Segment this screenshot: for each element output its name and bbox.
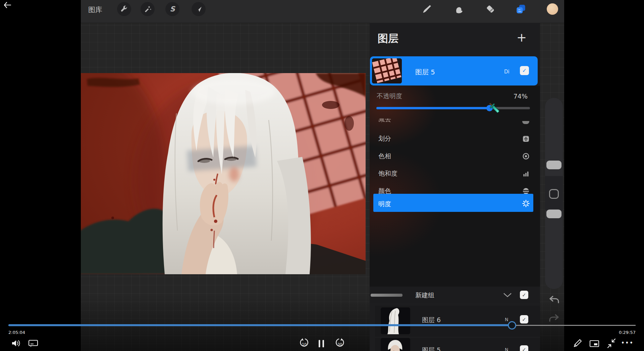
modify-button[interactable] <box>549 189 559 199</box>
group-name: 新建组 <box>415 291 434 300</box>
seekbar-handle[interactable] <box>508 321 516 330</box>
saturation-blend-icon <box>522 170 530 178</box>
blend-mode-partial-row[interactable]: 减去 <box>378 118 519 124</box>
elapsed-time: 2:05:04 <box>8 330 25 335</box>
shrink-arrows-icon <box>606 338 617 349</box>
blend-mode-badge[interactable]: N <box>505 347 508 351</box>
rewind-10-button[interactable]: 10 <box>298 338 311 349</box>
undo-icon[interactable] <box>549 295 559 305</box>
remaining-time: 0:29:57 <box>614 330 636 335</box>
color-swatch-button[interactable] <box>547 3 558 15</box>
wrench-icon <box>120 5 128 13</box>
blend-mode-item-hue[interactable]: 色相 <box>370 148 540 165</box>
layer-name: 图层 5 <box>422 346 441 351</box>
speaker-icon <box>11 339 21 348</box>
pause-icon <box>318 339 325 348</box>
smudge-finger-icon <box>453 4 464 14</box>
procreate-toolbar: 图库 S <box>81 0 564 23</box>
forward-seconds-label: 30 <box>337 342 342 347</box>
artwork-illustration <box>81 73 366 274</box>
layer-thumbnail[interactable] <box>381 307 410 334</box>
brush-icon <box>422 4 432 14</box>
brush-opacity-slider-handle[interactable] <box>546 210 561 218</box>
brush-size-slider-handle[interactable] <box>546 161 561 169</box>
hue-blend-icon <box>522 152 530 160</box>
forward-30-button[interactable]: 30 <box>333 338 346 349</box>
volume-button[interactable] <box>11 339 21 348</box>
layer-thumbnail[interactable] <box>372 58 402 83</box>
opacity-slider-fill <box>376 107 490 109</box>
seekbar-progress <box>8 324 512 326</box>
add-layer-button[interactable]: + <box>517 32 527 44</box>
divide-blend-icon <box>522 135 530 143</box>
gallery-button[interactable]: 图库 <box>88 5 102 14</box>
blend-partial-icon <box>522 121 529 124</box>
mini-player-icon <box>589 340 599 348</box>
painting-canvas <box>81 73 366 274</box>
actions-button[interactable] <box>117 2 131 16</box>
layers-panel-title: 图层 <box>378 32 398 46</box>
screen: 图库 S <box>0 0 644 351</box>
opacity-label: 不透明度 <box>377 92 402 101</box>
cursor-arrow-icon <box>195 5 203 13</box>
opacity-slider[interactable] <box>376 107 530 109</box>
blend-mode-badge[interactable]: Di <box>504 69 509 75</box>
layer-visibility-checkbox[interactable]: ✓ <box>520 66 529 75</box>
annotate-button[interactable] <box>572 338 583 349</box>
selection-button[interactable]: S <box>165 2 179 16</box>
sword-cursor <box>486 100 501 115</box>
layer-visibility-checkbox[interactable]: ✓ <box>520 315 528 324</box>
layer-visibility-checkbox[interactable]: ✓ <box>520 345 528 351</box>
layers-panel-button[interactable] <box>516 4 526 14</box>
group-visibility-checkbox[interactable]: ✓ <box>520 291 528 299</box>
blend-mode-badge[interactable]: N <box>505 317 508 322</box>
layer-group-row[interactable]: 新建组 ✓ <box>370 287 540 303</box>
layer-row[interactable]: 图层 6 N ✓ <box>375 306 540 337</box>
blend-mode-popover: 不透明度 74% 减去 <box>370 86 540 287</box>
magic-wand-icon <box>144 5 152 13</box>
eraser-tool-button[interactable] <box>485 4 496 14</box>
group-thumbnail-bar <box>371 294 402 297</box>
layer-name: 图层 5 <box>415 68 435 77</box>
hair-thumbnail-art <box>381 307 410 334</box>
blend-mode-item-divide[interactable]: 划分 <box>370 130 540 148</box>
subtitles-button[interactable] <box>28 340 38 348</box>
smudge-tool-button[interactable] <box>453 4 464 14</box>
layers-icon <box>516 4 526 14</box>
pencil-icon <box>572 338 583 349</box>
face-thumbnail-art <box>381 338 410 351</box>
adjustments-button[interactable] <box>141 2 155 16</box>
brush-tool-button[interactable] <box>422 4 432 14</box>
layer-thumbnail[interactable] <box>381 338 410 351</box>
back-button[interactable] <box>3 2 11 8</box>
exit-fullscreen-button[interactable] <box>606 338 617 349</box>
layer-name: 图层 6 <box>422 316 441 325</box>
redo-icon[interactable] <box>549 314 559 324</box>
layers-panel: 图层 + 图层 5 Di <box>370 23 540 351</box>
blend-mode-item-saturation[interactable]: 饱和度 <box>370 165 540 182</box>
rewind-seconds-label: 10 <box>302 342 307 347</box>
pip-button[interactable] <box>589 340 599 348</box>
layer-row-selected[interactable]: 图层 5 Di ✓ <box>370 56 538 85</box>
selection-s-icon: S <box>170 5 175 13</box>
chevron-down-icon[interactable] <box>503 293 512 297</box>
eraser-icon <box>485 4 495 14</box>
lattice-thumbnail-art <box>372 58 402 83</box>
blend-mode-item-luminosity[interactable]: 明度 <box>373 194 533 212</box>
luminosity-blend-icon <box>522 199 530 208</box>
pause-button[interactable] <box>318 339 325 348</box>
opacity-value: 74% <box>514 93 528 100</box>
subtitle-icon <box>28 340 38 348</box>
layer-row[interactable]: 图层 5 N ✓ <box>375 338 540 351</box>
more-options-button[interactable]: ••• <box>621 340 634 346</box>
transform-button[interactable] <box>192 2 206 16</box>
